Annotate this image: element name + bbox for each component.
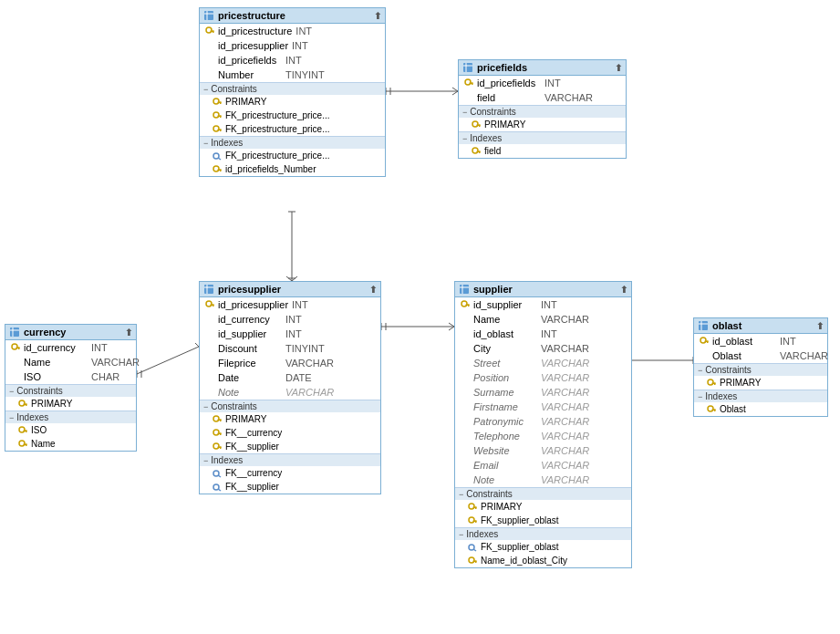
index-name: Name_id_oblast_City bbox=[481, 556, 567, 566]
fields-section-pricesupplier: id_pricesupplier INT id_currency INT id_… bbox=[200, 297, 380, 400]
collapse-icon-supplier[interactable]: ⬆ bbox=[620, 285, 627, 295]
key-icon bbox=[213, 442, 222, 452]
index-row: id_pricefields_Number bbox=[200, 162, 385, 176]
collapse-icon-pricestructure[interactable]: ⬆ bbox=[374, 11, 381, 21]
constraint-name: PRIMARY bbox=[484, 120, 525, 130]
indexes-label: Indexes bbox=[211, 138, 243, 148]
index-icon bbox=[468, 543, 477, 552]
constraint-row: PRIMARY bbox=[5, 397, 136, 411]
fields-section-currency: id_currency INT Name VARCHAR ISO CHAR bbox=[5, 340, 136, 384]
table-header-pricefields[interactable]: pricefields ⬆ bbox=[459, 60, 626, 76]
constraint-name: PRIMARY bbox=[481, 502, 522, 512]
indexes-header-supplier[interactable]: − Indexes bbox=[455, 527, 631, 540]
collapse-icon-pricesupplier[interactable]: ⬆ bbox=[369, 285, 377, 295]
constraints-section-pricestructure: PRIMARY FK_pricestructure_price... FK_pr… bbox=[200, 95, 385, 136]
constraint-row: PRIMARY bbox=[200, 95, 385, 109]
field-name: Name bbox=[473, 314, 537, 325]
table-header-currency[interactable]: currency ⬆ bbox=[5, 325, 136, 340]
field-type: VARCHAR bbox=[541, 401, 589, 412]
table-currency: currency ⬆ id_currency INT Name VARCHAR … bbox=[5, 324, 137, 452]
field-name: Email bbox=[473, 460, 537, 471]
constraints-header-pricefields[interactable]: − Constraints bbox=[459, 105, 626, 118]
svg-point-88 bbox=[19, 441, 25, 446]
index-name: ISO bbox=[31, 425, 47, 435]
svg-point-69 bbox=[213, 443, 219, 449]
constraints-header-pricesupplier[interactable]: − Constraints bbox=[200, 400, 380, 412]
svg-point-82 bbox=[19, 400, 25, 406]
section-toggle: − bbox=[459, 490, 463, 499]
indexes-header-pricestructure[interactable]: − Indexes bbox=[200, 136, 385, 149]
svg-rect-96 bbox=[468, 305, 470, 307]
collapse-icon-currency[interactable]: ⬆ bbox=[125, 327, 132, 338]
key-icon bbox=[472, 147, 481, 156]
constraint-row: FK_pricestructure_price... bbox=[200, 122, 385, 136]
index-name: field bbox=[484, 146, 501, 156]
constraints-section-supplier: PRIMARY FK_supplier_oblast bbox=[455, 500, 631, 527]
table-header-oblast[interactable]: oblast ⬆ bbox=[694, 318, 827, 334]
constraint-name: PRIMARY bbox=[225, 414, 266, 424]
field-name: id_pricesupplier bbox=[218, 40, 288, 51]
svg-line-75 bbox=[218, 489, 221, 491]
section-toggle: − bbox=[698, 392, 702, 401]
constraint-name: FK__supplier bbox=[225, 442, 279, 452]
field-name: field bbox=[477, 92, 541, 103]
table-header-pricesupplier[interactable]: pricesupplier ⬆ bbox=[200, 282, 380, 297]
svg-rect-84 bbox=[26, 403, 27, 406]
indexes-header-pricefields[interactable]: − Indexes bbox=[459, 131, 626, 144]
svg-rect-25 bbox=[204, 11, 213, 20]
svg-point-105 bbox=[469, 557, 474, 563]
field-name: Telephone bbox=[473, 431, 537, 442]
field-name: Discount bbox=[218, 343, 282, 354]
field-type: VARCHAR bbox=[541, 416, 589, 427]
section-toggle: − bbox=[203, 456, 208, 465]
constraints-header-pricestructure[interactable]: − Constraints bbox=[200, 82, 385, 95]
field-row: Telephone VARCHAR bbox=[455, 429, 631, 443]
svg-rect-76 bbox=[10, 327, 19, 337]
indexes-section-pricesupplier: FK__currency FK__supplier bbox=[200, 466, 380, 494]
svg-rect-68 bbox=[220, 432, 222, 435]
indexes-header-oblast[interactable]: − Indexes bbox=[694, 390, 827, 402]
collapse-icon-oblast[interactable]: ⬆ bbox=[816, 321, 824, 331]
collapse-icon-pricefields[interactable]: ⬆ bbox=[615, 63, 622, 73]
key-icon bbox=[461, 300, 470, 309]
fields-section-supplier: id_supplier INT Name VARCHAR id_oblast I… bbox=[455, 297, 631, 487]
svg-line-41 bbox=[218, 158, 221, 160]
field-type: INT bbox=[285, 314, 302, 325]
field-type: INT bbox=[285, 55, 302, 66]
table-header-pricestructure[interactable]: pricestructure ⬆ bbox=[200, 8, 385, 24]
svg-point-117 bbox=[708, 406, 713, 411]
svg-point-34 bbox=[213, 112, 219, 118]
table-icon bbox=[698, 320, 709, 331]
indexes-header-pricesupplier[interactable]: − Indexes bbox=[200, 453, 380, 466]
key-icon bbox=[464, 78, 473, 88]
field-row: Patronymic VARCHAR bbox=[455, 414, 631, 429]
field-name: Oblast bbox=[712, 350, 776, 361]
index-row: FK_pricestructure_price... bbox=[200, 149, 385, 162]
field-row: City VARCHAR bbox=[455, 341, 631, 356]
constraints-section-pricesupplier: PRIMARY FK__currency FK__supplier bbox=[200, 412, 380, 453]
field-row: Date DATE bbox=[200, 370, 380, 385]
field-row: Website VARCHAR bbox=[455, 443, 631, 458]
key-icon bbox=[205, 300, 214, 309]
constraints-header-oblast[interactable]: − Constraints bbox=[694, 363, 827, 376]
field-type: TINYINT bbox=[285, 343, 325, 354]
field-type: INT bbox=[285, 328, 302, 339]
table-header-supplier[interactable]: supplier ⬆ bbox=[455, 282, 631, 297]
table-icon bbox=[9, 327, 20, 338]
field-row: id_oblast INT bbox=[694, 334, 827, 348]
table-supplier: supplier ⬆ id_supplier INT Name VARCHAR … bbox=[454, 281, 632, 568]
constraints-header-supplier[interactable]: − Constraints bbox=[455, 487, 631, 500]
svg-point-48 bbox=[465, 79, 471, 85]
index-row: Name_id_oblast_City bbox=[455, 554, 631, 567]
field-row: ISO CHAR bbox=[5, 369, 136, 384]
indexes-label: Indexes bbox=[211, 455, 243, 465]
svg-point-100 bbox=[469, 517, 474, 523]
constraints-header-currency[interactable]: − Constraints bbox=[5, 384, 136, 397]
svg-rect-90 bbox=[26, 443, 27, 446]
constraint-name: FK_pricestructure_price... bbox=[225, 110, 330, 120]
indexes-header-currency[interactable]: − Indexes bbox=[5, 411, 136, 423]
svg-point-54 bbox=[472, 148, 478, 153]
field-type: VARCHAR bbox=[544, 92, 593, 103]
constraint-name: FK_supplier_oblast bbox=[481, 515, 559, 525]
field-row: id_supplier INT bbox=[455, 297, 631, 312]
